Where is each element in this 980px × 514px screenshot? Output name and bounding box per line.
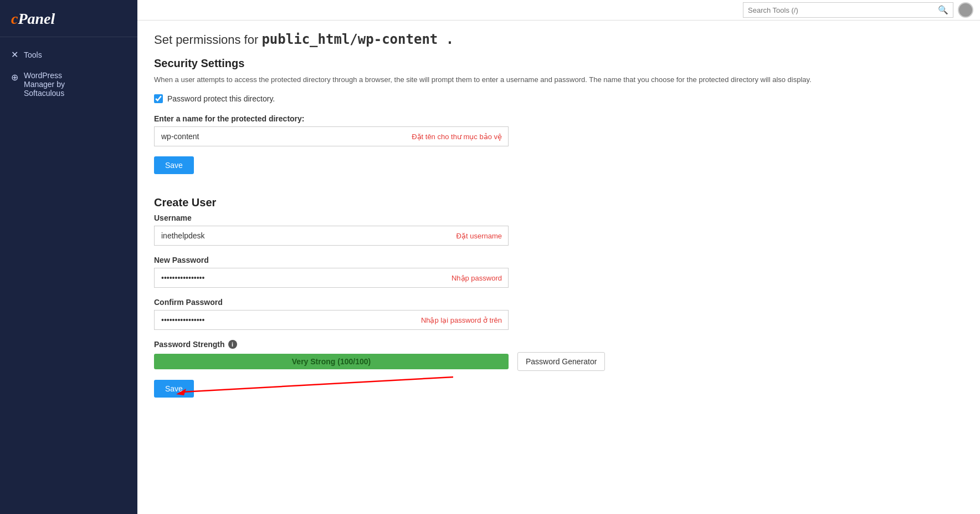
directory-name-label: Enter a name for the protected directory… xyxy=(154,114,963,123)
create-user-section: Create User Username Đặt username New Pa… xyxy=(154,196,963,398)
sidebar: cPanel ✕ Tools ⊕ WordPressManager bySoft… xyxy=(0,0,137,514)
avatar xyxy=(958,2,973,18)
info-icon[interactable]: i xyxy=(228,340,237,349)
strength-bar-container: Very Strong (100/100) xyxy=(154,354,509,369)
new-password-group: New Password Nhập password xyxy=(154,256,963,288)
confirm-password-wrapper: Nhập lại password ở trên xyxy=(154,310,509,330)
password-strength-row: Very Strong (100/100) Password Generator xyxy=(154,352,963,371)
confirm-password-input[interactable] xyxy=(154,310,509,330)
content-area: Set permissions for public_html/wp-conte… xyxy=(137,21,980,514)
security-settings-section: Security Settings When a user attempts t… xyxy=(154,57,963,191)
security-save-button[interactable]: Save xyxy=(154,156,194,174)
username-input[interactable] xyxy=(154,226,509,246)
red-arrow-indicator xyxy=(176,374,453,396)
cpanel-logo-text: cPanel xyxy=(11,10,55,27)
sidebar-item-wordpress-label: WordPressManager bySoftaculous xyxy=(24,71,65,98)
tools-icon: ✕ xyxy=(11,49,18,60)
security-settings-description: When a user attempts to access the prote… xyxy=(154,74,819,85)
directory-name-input[interactable] xyxy=(154,126,509,146)
create-user-title: Create User xyxy=(154,196,963,209)
svg-line-0 xyxy=(182,377,453,392)
username-label: Username xyxy=(154,213,963,222)
sidebar-item-tools[interactable]: ✕ Tools xyxy=(0,44,137,65)
password-generator-button[interactable]: Password Generator xyxy=(517,352,605,371)
new-password-wrapper: Nhập password xyxy=(154,268,509,288)
save-with-arrow: Save xyxy=(154,380,194,398)
security-settings-title: Security Settings xyxy=(154,57,963,70)
password-strength-label: Password Strength i xyxy=(154,340,963,349)
strength-text: Very Strong (100/100) xyxy=(292,357,371,366)
page-header: Set permissions for public_html/wp-conte… xyxy=(154,32,963,47)
search-tools-button[interactable]: 🔍 xyxy=(933,5,953,15)
password-protect-checkbox[interactable] xyxy=(154,94,163,103)
topbar: 🔍 xyxy=(137,0,980,21)
new-password-label: New Password xyxy=(154,256,963,264)
create-user-save-button[interactable]: Save xyxy=(154,380,194,398)
page-path: public_html/wp-content . xyxy=(261,32,454,47)
strength-bar: Very Strong (100/100) xyxy=(154,354,509,369)
confirm-password-group: Confirm Password Nhập lại password ở trê… xyxy=(154,298,963,330)
password-protect-label: Password protect this directory. xyxy=(167,94,275,103)
directory-name-group: Enter a name for the protected directory… xyxy=(154,114,963,146)
save-row: Save xyxy=(154,380,963,398)
password-protect-row: Password protect this directory. xyxy=(154,94,963,103)
password-strength-section: Password Strength i Very Strong (100/100… xyxy=(154,340,963,371)
new-password-input[interactable] xyxy=(154,268,509,288)
search-tools-input[interactable] xyxy=(743,6,933,14)
sidebar-navigation: ✕ Tools ⊕ WordPressManager bySoftaculous xyxy=(0,37,137,110)
wordpress-icon: ⊕ xyxy=(11,72,18,83)
username-wrapper: Đặt username xyxy=(154,226,509,246)
sidebar-item-tools-label: Tools xyxy=(24,50,42,59)
directory-name-wrapper: Đặt tên cho thư mục bảo vệ xyxy=(154,126,509,146)
main-area: 🔍 Set permissions for public_html/wp-con… xyxy=(137,0,980,514)
confirm-password-label: Confirm Password xyxy=(154,298,963,307)
username-group: Username Đặt username xyxy=(154,213,963,246)
sidebar-item-wordpress[interactable]: ⊕ WordPressManager bySoftaculous xyxy=(0,65,137,103)
search-tools-container: 🔍 xyxy=(743,2,953,18)
sidebar-logo: cPanel xyxy=(0,0,137,37)
